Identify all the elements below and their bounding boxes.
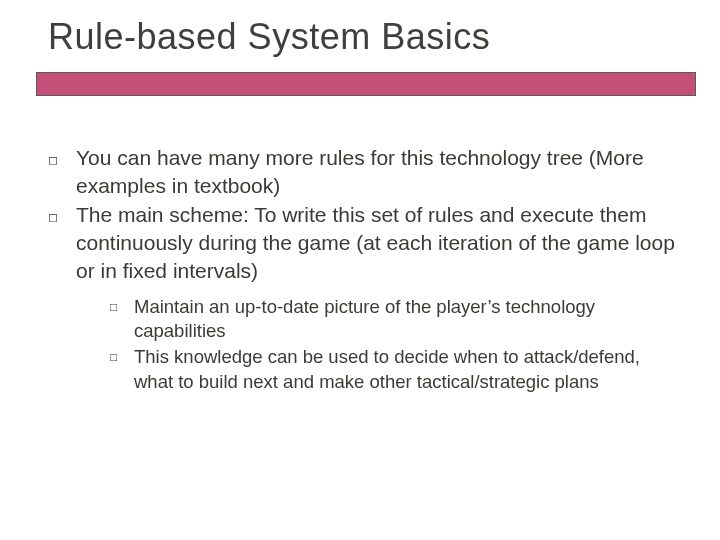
bullet-square-icon: ◻	[48, 144, 76, 174]
list-item-text: You can have many more rules for this te…	[76, 144, 684, 199]
title-underline-bar	[36, 72, 696, 96]
list-item-text: The main scheme: To write this set of ru…	[76, 201, 684, 284]
content-area: ◻ You can have many more rules for this …	[0, 96, 720, 394]
list-item: ◻ You can have many more rules for this …	[48, 144, 684, 199]
list-item-text: This knowledge can be used to decide whe…	[134, 345, 684, 394]
list-item: □ Maintain an up-to-date picture of the …	[110, 295, 684, 344]
bullet-square-icon: □	[110, 295, 134, 319]
bullet-square-icon: ◻	[48, 201, 76, 231]
sub-list: □ Maintain an up-to-date picture of the …	[48, 287, 684, 395]
page-title: Rule-based System Basics	[0, 0, 720, 72]
slide: Rule-based System Basics ◻ You can have …	[0, 0, 720, 540]
list-item-text: Maintain an up-to-date picture of the pl…	[134, 295, 684, 344]
bullet-square-icon: □	[110, 345, 134, 369]
list-item: □ This knowledge can be used to decide w…	[110, 345, 684, 394]
list-item: ◻ The main scheme: To write this set of …	[48, 201, 684, 284]
